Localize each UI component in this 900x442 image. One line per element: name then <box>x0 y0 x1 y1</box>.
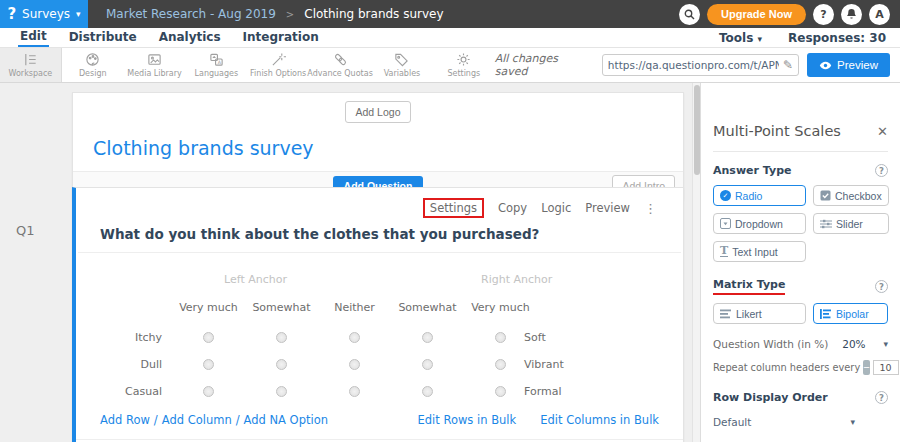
tab-analytics[interactable]: Analytics <box>157 29 223 46</box>
radio-button[interactable] <box>203 332 214 343</box>
help-icon[interactable]: ? <box>875 164 888 177</box>
column-header: Very much <box>172 295 245 324</box>
radio-button[interactable] <box>203 359 214 370</box>
answer-type-checkbox[interactable]: Checkbox <box>813 185 889 206</box>
upgrade-now-button[interactable]: Upgrade Now <box>707 4 806 25</box>
radio-button[interactable] <box>349 359 360 370</box>
bipolar-icon <box>820 309 832 319</box>
notifications-bell-icon[interactable] <box>841 4 862 25</box>
edit-pencil-icon[interactable]: ✎ <box>783 58 793 72</box>
surveys-menu[interactable]: ? Surveys ▾ <box>0 0 88 28</box>
matrix-grid: Very much Somewhat Neither Somewhat Very… <box>76 295 683 405</box>
radio-button[interactable] <box>422 359 433 370</box>
matrix-type-options: Likert Bipolar <box>713 303 888 324</box>
question-number: Q1 <box>16 223 35 238</box>
edit-columns-bulk-link[interactable]: Edit Columns in Bulk <box>540 413 659 427</box>
caret-down-icon: ▾ <box>76 9 81 19</box>
question-logic-link[interactable]: Logic <box>541 201 571 215</box>
toolbar-workspace[interactable]: Workspace <box>0 48 62 82</box>
edit-rows-bulk-link[interactable]: Edit Rows in Bulk <box>418 413 517 427</box>
help-icon[interactable]: ? <box>813 4 834 25</box>
toolbar-settings[interactable]: Settings <box>433 48 495 82</box>
repeat-headers-input[interactable] <box>873 360 899 375</box>
toolbar-advance-quotas[interactable]: Advance Quotas <box>309 48 371 82</box>
add-na-option-link[interactable]: Add NA Option <box>244 413 328 427</box>
left-anchor-label: Left Anchor <box>224 273 287 286</box>
answer-type-radio[interactable]: ✓ Radio <box>713 185 806 206</box>
autosave-status: All changes saved <box>495 52 594 78</box>
divider <box>713 151 888 152</box>
radio-button[interactable] <box>349 386 360 397</box>
radio-button[interactable] <box>495 386 506 397</box>
eye-icon <box>819 61 832 70</box>
question-text[interactable]: What do you think about the clothes that… <box>76 218 683 252</box>
workspace-icon <box>22 52 39 67</box>
help-icon[interactable]: ? <box>875 280 888 293</box>
tools-dropdown[interactable]: Tools ▾ <box>719 31 762 45</box>
questionpro-logo-icon: ? <box>7 5 16 23</box>
add-row-link[interactable]: Add Row <box>100 413 150 427</box>
answer-type-dropdown[interactable]: Dropdown <box>713 213 806 234</box>
survey-url-input[interactable] <box>608 59 779 71</box>
question-copy-link[interactable]: Copy <box>498 201 527 215</box>
breadcrumb-folder[interactable]: Market Research - Aug 2019 <box>106 7 276 21</box>
toolbar-variables[interactable]: Variables <box>371 48 433 82</box>
image-icon <box>146 52 163 67</box>
caret-down-icon[interactable]: ▾ <box>883 339 888 349</box>
help-icon[interactable]: ? <box>875 391 888 404</box>
chain-links-icon <box>332 52 349 67</box>
repeat-headers-row: Repeat column headers every − + rows. <box>713 360 894 375</box>
radio-button[interactable] <box>495 332 506 343</box>
matrix-type-bipolar[interactable]: Bipolar <box>813 303 888 324</box>
add-links: Add Row/Add Column/Add NA Option <box>100 413 328 427</box>
stepper-minus-button[interactable]: − <box>863 360 869 375</box>
toolbar-media-library[interactable]: Media Library <box>124 48 186 82</box>
question-preview-link[interactable]: Preview <box>585 201 630 215</box>
matrix-type-likert[interactable]: Likert <box>713 303 806 324</box>
tab-edit[interactable]: Edit <box>18 28 49 47</box>
breadcrumb: Market Research - Aug 2019 > Clothing br… <box>88 7 444 21</box>
tab-integration[interactable]: Integration <box>241 29 321 46</box>
radio-button[interactable] <box>495 359 506 370</box>
bulk-edit-links: Edit Rows in Bulk Edit Columns in Bulk <box>418 413 659 427</box>
radio-button[interactable] <box>203 386 214 397</box>
avatar[interactable]: A <box>869 4 890 25</box>
radio-button[interactable] <box>349 332 360 343</box>
add-logo-button[interactable]: Add Logo <box>345 101 412 123</box>
answer-type-text-input[interactable]: T Text Input <box>713 241 806 262</box>
radio-button[interactable] <box>276 332 287 343</box>
anchor-labels: Left Anchor Right Anchor <box>76 263 683 295</box>
row-right-label: Soft <box>524 331 546 344</box>
surveys-menu-label: Surveys <box>22 7 70 21</box>
search-icon[interactable] <box>679 4 700 25</box>
answer-type-slider[interactable]: Slider <box>813 213 889 234</box>
radio-button[interactable] <box>422 386 433 397</box>
divider <box>78 252 681 253</box>
question-width-value[interactable]: 20% <box>842 338 865 350</box>
topbar: ? Surveys ▾ Market Research - Aug 2019 >… <box>0 0 900 28</box>
survey-title[interactable]: Clothing brands survey <box>73 123 683 171</box>
responses-count[interactable]: Responses: 30 <box>788 31 886 45</box>
row-display-order-label: Row Display Order <box>713 391 828 404</box>
preview-button[interactable]: Preview <box>807 53 890 77</box>
close-icon[interactable]: ✕ <box>877 124 888 139</box>
add-column-link[interactable]: Add Column <box>162 413 232 427</box>
checkbox-icon <box>820 190 831 201</box>
tab-distribute[interactable]: Distribute <box>67 29 139 46</box>
row-display-order-value: Default <box>713 416 751 428</box>
row-right-label: Vibrant <box>524 358 564 371</box>
answer-type-options: ✓ Radio Checkbox Dropdown Slider T Text … <box>713 185 888 262</box>
kebab-menu-icon[interactable]: ⋮ <box>644 201 657 216</box>
question-settings-link[interactable]: Settings <box>423 198 484 218</box>
sidebar-title: Multi-Point Scales <box>713 123 841 139</box>
matrix-type-label: Matrix Type <box>713 278 785 295</box>
radio-button[interactable] <box>422 332 433 343</box>
toolbar-design[interactable]: Design <box>62 48 124 82</box>
toolbar-languages[interactable]: A Languages <box>185 48 247 82</box>
radio-button[interactable] <box>276 359 287 370</box>
radio-button[interactable] <box>276 386 287 397</box>
likert-icon <box>720 309 732 319</box>
toolbar-finish-options[interactable]: Finish Options <box>247 48 309 82</box>
question-width-row: Question Width (in %) 20% ▾ <box>713 338 888 350</box>
row-display-order-select[interactable]: Default ▾ <box>713 416 855 428</box>
